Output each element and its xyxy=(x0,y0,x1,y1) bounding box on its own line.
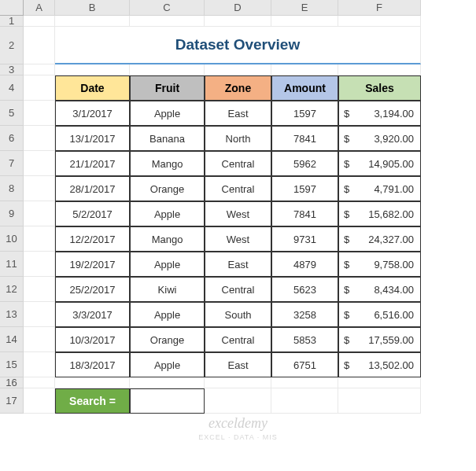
cell-sales[interactable]: $3,194.00 xyxy=(338,101,421,126)
empty-cell[interactable] xyxy=(271,64,338,75)
row-header[interactable]: 8 xyxy=(0,176,24,201)
empty-cell[interactable] xyxy=(205,64,271,75)
table-header-amount[interactable]: Amount xyxy=(271,75,338,101)
empty-cell[interactable] xyxy=(24,352,55,377)
empty-cell[interactable] xyxy=(24,302,55,327)
table-header-fruit[interactable]: Fruit xyxy=(130,75,205,101)
select-all-corner[interactable] xyxy=(0,0,24,16)
empty-cell[interactable] xyxy=(338,377,421,388)
cell-amount[interactable]: 1597 xyxy=(271,101,338,126)
cell-zone[interactable]: West xyxy=(205,226,271,252)
table-header-sales[interactable]: Sales xyxy=(338,75,421,101)
cell-date[interactable]: 5/2/2017 xyxy=(55,201,130,226)
empty-cell[interactable] xyxy=(24,377,55,388)
empty-cell[interactable] xyxy=(130,377,205,388)
row-header[interactable]: 11 xyxy=(0,252,24,277)
empty-cell[interactable] xyxy=(338,388,421,414)
cell-fruit[interactable]: Apple xyxy=(130,252,205,277)
cell-amount[interactable]: 7841 xyxy=(271,201,338,226)
row-header[interactable]: 16 xyxy=(0,377,24,388)
cell-sales[interactable]: $4,791.00 xyxy=(338,176,421,201)
cell-amount[interactable]: 3258 xyxy=(271,302,338,327)
empty-cell[interactable] xyxy=(24,126,55,151)
empty-cell[interactable] xyxy=(24,75,55,101)
cell-zone[interactable]: East xyxy=(205,252,271,277)
row-header[interactable]: 15 xyxy=(0,352,24,377)
cell-zone[interactable]: East xyxy=(205,352,271,377)
cell-date[interactable]: 3/1/2017 xyxy=(55,101,130,126)
empty-cell[interactable] xyxy=(130,16,205,27)
cell-fruit[interactable]: Apple xyxy=(130,352,205,377)
cell-date[interactable]: 21/1/2017 xyxy=(55,151,130,176)
cell-amount[interactable]: 4879 xyxy=(271,252,338,277)
empty-cell[interactable] xyxy=(24,27,55,64)
column-header[interactable]: D xyxy=(205,0,271,16)
cell-sales[interactable]: $6,516.00 xyxy=(338,302,421,327)
empty-cell[interactable] xyxy=(130,64,205,75)
cell-amount[interactable]: 7841 xyxy=(271,126,338,151)
cell-fruit[interactable]: Kiwi xyxy=(130,277,205,302)
cell-amount[interactable]: 9731 xyxy=(271,226,338,252)
empty-cell[interactable] xyxy=(205,16,271,27)
cell-zone[interactable]: Central xyxy=(205,151,271,176)
cell-zone[interactable]: Central xyxy=(205,277,271,302)
cell-sales[interactable]: $8,434.00 xyxy=(338,277,421,302)
column-header[interactable]: F xyxy=(338,0,421,16)
empty-cell[interactable] xyxy=(24,151,55,176)
row-header[interactable]: 5 xyxy=(0,101,24,126)
cell-fruit[interactable]: Mango xyxy=(130,226,205,252)
column-header[interactable]: C xyxy=(130,0,205,16)
cell-date[interactable]: 12/2/2017 xyxy=(55,226,130,252)
empty-cell[interactable] xyxy=(55,377,130,388)
table-header-date[interactable]: Date xyxy=(55,75,130,101)
cell-date[interactable]: 3/3/2017 xyxy=(55,302,130,327)
cell-amount[interactable]: 5623 xyxy=(271,277,338,302)
cell-zone[interactable]: East xyxy=(205,101,271,126)
cell-zone[interactable]: North xyxy=(205,126,271,151)
search-input[interactable] xyxy=(130,388,205,414)
cell-zone[interactable]: South xyxy=(205,302,271,327)
cell-date[interactable]: 18/3/2017 xyxy=(55,352,130,377)
cell-amount[interactable]: 5962 xyxy=(271,151,338,176)
empty-cell[interactable] xyxy=(338,16,421,27)
cell-fruit[interactable]: Apple xyxy=(130,201,205,226)
empty-cell[interactable] xyxy=(24,252,55,277)
empty-cell[interactable] xyxy=(338,64,421,75)
cell-date[interactable]: 25/2/2017 xyxy=(55,277,130,302)
empty-cell[interactable] xyxy=(55,64,130,75)
empty-cell[interactable] xyxy=(24,201,55,226)
cell-fruit[interactable]: Mango xyxy=(130,151,205,176)
empty-cell[interactable] xyxy=(24,388,55,414)
cell-sales[interactable]: $9,758.00 xyxy=(338,252,421,277)
empty-cell[interactable] xyxy=(24,226,55,252)
row-header[interactable]: 3 xyxy=(0,64,24,75)
column-header[interactable]: B xyxy=(55,0,130,16)
cell-sales[interactable]: $15,682.00 xyxy=(338,201,421,226)
cell-date[interactable]: 19/2/2017 xyxy=(55,252,130,277)
cell-date[interactable]: 10/3/2017 xyxy=(55,327,130,352)
cell-amount[interactable]: 6751 xyxy=(271,352,338,377)
empty-cell[interactable] xyxy=(271,377,338,388)
cell-date[interactable]: 13/1/2017 xyxy=(55,126,130,151)
empty-cell[interactable] xyxy=(24,327,55,352)
cell-sales[interactable]: $14,905.00 xyxy=(338,151,421,176)
cell-sales[interactable]: $3,920.00 xyxy=(338,126,421,151)
cell-fruit[interactable]: Banana xyxy=(130,126,205,151)
cell-sales[interactable]: $17,559.00 xyxy=(338,327,421,352)
empty-cell[interactable] xyxy=(24,176,55,201)
empty-cell[interactable] xyxy=(24,16,55,27)
empty-cell[interactable] xyxy=(271,16,338,27)
empty-cell[interactable] xyxy=(205,377,271,388)
cell-sales[interactable]: $24,327.00 xyxy=(338,226,421,252)
row-header[interactable]: 17 xyxy=(0,388,24,414)
column-header[interactable]: E xyxy=(271,0,338,16)
cell-amount[interactable]: 1597 xyxy=(271,176,338,201)
empty-cell[interactable] xyxy=(55,16,130,27)
row-header[interactable]: 12 xyxy=(0,277,24,302)
empty-cell[interactable] xyxy=(24,101,55,126)
cell-zone[interactable]: West xyxy=(205,201,271,226)
cell-date[interactable]: 28/1/2017 xyxy=(55,176,130,201)
empty-cell[interactable] xyxy=(24,64,55,75)
cell-fruit[interactable]: Apple xyxy=(130,101,205,126)
column-header[interactable]: A xyxy=(24,0,55,16)
